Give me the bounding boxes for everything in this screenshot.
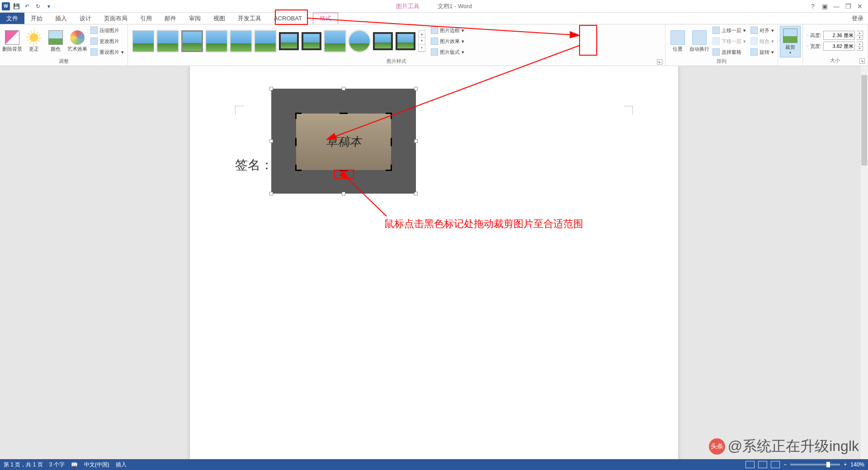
style-thumb-10[interactable] bbox=[349, 30, 370, 52]
zoom-slider-thumb[interactable] bbox=[826, 462, 830, 467]
style-thumb-9[interactable] bbox=[324, 30, 346, 52]
crop-handle[interactable] bbox=[295, 138, 297, 146]
style-thumb-6[interactable] bbox=[255, 30, 276, 52]
group-adjust-label: 调整 bbox=[2, 57, 126, 66]
width-spinner[interactable]: ▲▼ bbox=[857, 42, 863, 51]
crop-handle[interactable] bbox=[340, 170, 348, 171]
tab-acrobat[interactable]: ACROBAT bbox=[268, 13, 308, 24]
zoom-slider[interactable] bbox=[790, 464, 840, 465]
align-button[interactable]: 对齐 ▾ bbox=[749, 25, 776, 35]
width-input[interactable] bbox=[823, 42, 855, 51]
tab-references[interactable]: 引用 bbox=[134, 13, 158, 24]
position-button[interactable]: 位置 bbox=[667, 25, 688, 57]
corrections-button[interactable]: 更正 bbox=[24, 25, 44, 57]
styles-dialog-launcher[interactable]: ⬊ bbox=[657, 59, 662, 65]
selection-pane-button[interactable]: 选择窗格 bbox=[711, 47, 748, 57]
view-read-icon[interactable] bbox=[745, 461, 755, 468]
group-crop: 裁剪▾ bbox=[778, 24, 803, 66]
compress-pictures-button[interactable]: 压缩图片 bbox=[89, 25, 126, 35]
close-icon[interactable]: ✕ bbox=[854, 1, 865, 12]
style-thumb-2[interactable] bbox=[157, 30, 179, 52]
remove-background-button[interactable]: 删除背景 bbox=[2, 25, 23, 57]
insert-mode[interactable]: 插入 bbox=[116, 461, 127, 469]
login-link[interactable]: 登录 bbox=[852, 13, 863, 24]
color-button[interactable]: 颜色 bbox=[45, 25, 66, 57]
crop-handle[interactable] bbox=[391, 138, 392, 146]
crop-handle[interactable] bbox=[295, 165, 297, 171]
tab-developer[interactable]: 开发工具 bbox=[231, 13, 268, 24]
resize-handle[interactable] bbox=[414, 87, 418, 90]
style-thumb-4[interactable] bbox=[206, 30, 227, 52]
selected-picture[interactable]: 草稿本 bbox=[271, 89, 416, 194]
gallery-scroll[interactable]: ▲▼▾ bbox=[418, 30, 425, 52]
bring-forward-button[interactable]: 上移一层 ▾ bbox=[711, 25, 748, 35]
word-count[interactable]: 3 个字 bbox=[49, 461, 65, 469]
spell-check-icon[interactable]: 📖 bbox=[71, 461, 78, 468]
crop-visible-area[interactable]: 草稿本 bbox=[296, 114, 391, 170]
crop-button[interactable]: 裁剪▾ bbox=[780, 26, 801, 57]
picture-layout-button[interactable]: 图片版式 ▾ bbox=[429, 47, 466, 57]
view-web-icon[interactable] bbox=[771, 461, 780, 468]
resize-handle[interactable] bbox=[414, 139, 418, 143]
style-thumb-11[interactable] bbox=[373, 32, 393, 50]
document-title: 文档1 - Word bbox=[438, 2, 472, 10]
crop-handle[interactable] bbox=[391, 113, 392, 119]
save-icon[interactable]: 💾 bbox=[12, 2, 21, 11]
rotate-button[interactable]: 旋转 ▾ bbox=[749, 47, 776, 57]
redo-icon[interactable]: ↻ bbox=[33, 2, 42, 11]
artistic-effects-button[interactable]: 艺术效果 bbox=[67, 25, 88, 57]
picture-border-button[interactable]: 图片边框 ▾ bbox=[429, 25, 466, 35]
margin-corner-tl bbox=[235, 106, 244, 115]
help-icon[interactable]: ? bbox=[807, 1, 818, 12]
zoom-level[interactable]: 140% bbox=[850, 461, 864, 468]
zoom-in-icon[interactable]: + bbox=[844, 461, 847, 468]
tab-home[interactable]: 开始 bbox=[24, 13, 49, 24]
picture-effects-button[interactable]: 图片效果 ▾ bbox=[429, 36, 466, 46]
style-thumb-5[interactable] bbox=[230, 30, 252, 52]
tab-layout[interactable]: 页面布局 bbox=[98, 13, 134, 24]
tab-format[interactable]: 格式 bbox=[313, 13, 338, 24]
height-spinner[interactable]: ▲▼ bbox=[857, 31, 863, 40]
group-button[interactable]: 组合 ▾ bbox=[749, 36, 776, 46]
language-indicator[interactable]: 中文(中国) bbox=[84, 461, 109, 469]
crop-handle[interactable] bbox=[340, 113, 348, 114]
style-thumb-7[interactable] bbox=[279, 32, 299, 50]
resize-handle[interactable] bbox=[269, 139, 273, 143]
height-input[interactable] bbox=[823, 31, 855, 40]
tab-mailings[interactable]: 邮件 bbox=[158, 13, 183, 24]
resize-handle[interactable] bbox=[342, 87, 345, 90]
page[interactable]: 签名： 草稿本 bbox=[190, 66, 678, 459]
resize-handle[interactable] bbox=[269, 192, 273, 195]
zoom-out-icon[interactable]: − bbox=[783, 461, 787, 468]
scroll-thumb[interactable] bbox=[861, 75, 867, 166]
tab-file[interactable]: 文件 bbox=[0, 13, 24, 24]
qat-customize-icon[interactable]: ▾ bbox=[44, 2, 53, 11]
remove-bg-icon bbox=[5, 30, 19, 45]
restore-icon[interactable]: ❐ bbox=[843, 1, 854, 12]
tab-view[interactable]: 视图 bbox=[207, 13, 231, 24]
reset-picture-button[interactable]: 重设图片 ▾ bbox=[89, 47, 126, 57]
picture-style-gallery[interactable]: ▲▼▾ bbox=[130, 30, 428, 52]
style-thumb-12[interactable] bbox=[396, 32, 415, 50]
vertical-scrollbar[interactable] bbox=[860, 66, 868, 459]
resize-handle[interactable] bbox=[414, 192, 418, 195]
minimize-icon[interactable]: — bbox=[831, 1, 842, 12]
crop-handle[interactable] bbox=[391, 165, 392, 171]
undo-icon[interactable]: ↶ bbox=[23, 2, 32, 11]
crop-handle[interactable] bbox=[295, 113, 297, 119]
style-thumb-3[interactable] bbox=[181, 30, 203, 52]
page-indicator[interactable]: 第 1 页，共 1 页 bbox=[4, 461, 43, 469]
change-picture-button[interactable]: 更改图片 bbox=[89, 36, 126, 46]
view-print-icon[interactable] bbox=[758, 461, 767, 468]
style-thumb-8[interactable] bbox=[302, 32, 321, 50]
size-dialog-launcher[interactable]: ⬊ bbox=[859, 58, 865, 64]
style-thumb-1[interactable] bbox=[132, 30, 154, 52]
send-backward-button[interactable]: 下移一层 ▾ bbox=[711, 36, 748, 46]
resize-handle[interactable] bbox=[342, 192, 345, 195]
resize-handle[interactable] bbox=[269, 87, 273, 90]
tab-insert[interactable]: 插入 bbox=[49, 13, 73, 24]
ribbon-options-icon[interactable]: ▣ bbox=[819, 1, 830, 12]
wrap-text-button[interactable]: 自动换行 bbox=[689, 25, 710, 57]
tab-design[interactable]: 设计 bbox=[73, 13, 98, 24]
tab-review[interactable]: 审阅 bbox=[183, 13, 207, 24]
